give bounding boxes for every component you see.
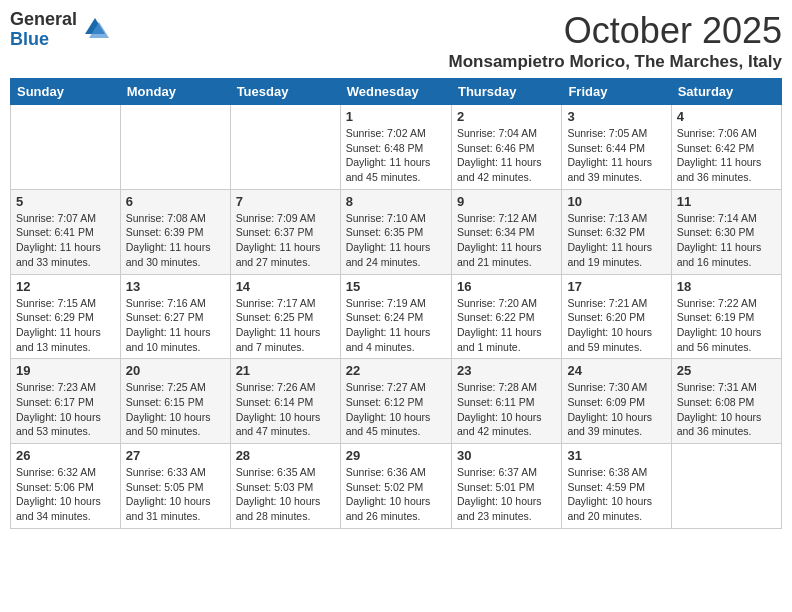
page-header: General Blue October 2025 Monsampietro M… [10,10,782,72]
day-number: 26 [16,448,115,463]
calendar-cell: 22Sunrise: 7:27 AM Sunset: 6:12 PM Dayli… [340,359,451,444]
day-number: 29 [346,448,446,463]
calendar-cell: 29Sunrise: 6:36 AM Sunset: 5:02 PM Dayli… [340,444,451,529]
weekday-header: Wednesday [340,79,451,105]
day-number: 18 [677,279,776,294]
day-info: Sunrise: 6:33 AM Sunset: 5:05 PM Dayligh… [126,465,225,524]
calendar-cell: 9Sunrise: 7:12 AM Sunset: 6:34 PM Daylig… [451,189,561,274]
day-info: Sunrise: 7:09 AM Sunset: 6:37 PM Dayligh… [236,211,335,270]
calendar-week-row: 1Sunrise: 7:02 AM Sunset: 6:48 PM Daylig… [11,105,782,190]
calendar-cell: 15Sunrise: 7:19 AM Sunset: 6:24 PM Dayli… [340,274,451,359]
weekday-header: Friday [562,79,671,105]
day-number: 19 [16,363,115,378]
day-info: Sunrise: 7:30 AM Sunset: 6:09 PM Dayligh… [567,380,665,439]
day-number: 16 [457,279,556,294]
day-info: Sunrise: 7:05 AM Sunset: 6:44 PM Dayligh… [567,126,665,185]
day-number: 9 [457,194,556,209]
day-info: Sunrise: 6:35 AM Sunset: 5:03 PM Dayligh… [236,465,335,524]
day-info: Sunrise: 7:26 AM Sunset: 6:14 PM Dayligh… [236,380,335,439]
day-info: Sunrise: 7:27 AM Sunset: 6:12 PM Dayligh… [346,380,446,439]
calendar-cell: 25Sunrise: 7:31 AM Sunset: 6:08 PM Dayli… [671,359,781,444]
calendar-cell: 21Sunrise: 7:26 AM Sunset: 6:14 PM Dayli… [230,359,340,444]
day-number: 4 [677,109,776,124]
calendar-cell: 12Sunrise: 7:15 AM Sunset: 6:29 PM Dayli… [11,274,121,359]
calendar-cell: 17Sunrise: 7:21 AM Sunset: 6:20 PM Dayli… [562,274,671,359]
day-number: 3 [567,109,665,124]
calendar-cell: 31Sunrise: 6:38 AM Sunset: 4:59 PM Dayli… [562,444,671,529]
calendar-cell: 14Sunrise: 7:17 AM Sunset: 6:25 PM Dayli… [230,274,340,359]
day-number: 25 [677,363,776,378]
day-info: Sunrise: 7:19 AM Sunset: 6:24 PM Dayligh… [346,296,446,355]
day-number: 30 [457,448,556,463]
day-info: Sunrise: 7:06 AM Sunset: 6:42 PM Dayligh… [677,126,776,185]
logo-blue-text: Blue [10,30,77,50]
day-info: Sunrise: 7:21 AM Sunset: 6:20 PM Dayligh… [567,296,665,355]
weekday-header: Monday [120,79,230,105]
calendar-cell: 13Sunrise: 7:16 AM Sunset: 6:27 PM Dayli… [120,274,230,359]
day-info: Sunrise: 7:17 AM Sunset: 6:25 PM Dayligh… [236,296,335,355]
calendar-cell: 8Sunrise: 7:10 AM Sunset: 6:35 PM Daylig… [340,189,451,274]
calendar-header-row: SundayMondayTuesdayWednesdayThursdayFrid… [11,79,782,105]
day-info: Sunrise: 7:28 AM Sunset: 6:11 PM Dayligh… [457,380,556,439]
calendar-cell: 24Sunrise: 7:30 AM Sunset: 6:09 PM Dayli… [562,359,671,444]
location-title: Monsampietro Morico, The Marches, Italy [449,52,782,72]
calendar-cell: 28Sunrise: 6:35 AM Sunset: 5:03 PM Dayli… [230,444,340,529]
calendar-cell: 18Sunrise: 7:22 AM Sunset: 6:19 PM Dayli… [671,274,781,359]
day-number: 15 [346,279,446,294]
calendar-cell: 11Sunrise: 7:14 AM Sunset: 6:30 PM Dayli… [671,189,781,274]
day-number: 23 [457,363,556,378]
day-info: Sunrise: 6:37 AM Sunset: 5:01 PM Dayligh… [457,465,556,524]
day-info: Sunrise: 7:16 AM Sunset: 6:27 PM Dayligh… [126,296,225,355]
calendar-cell: 3Sunrise: 7:05 AM Sunset: 6:44 PM Daylig… [562,105,671,190]
calendar-cell [11,105,121,190]
logo: General Blue [10,10,109,50]
day-number: 10 [567,194,665,209]
day-info: Sunrise: 7:23 AM Sunset: 6:17 PM Dayligh… [16,380,115,439]
logo-icon [81,14,109,42]
calendar-cell: 27Sunrise: 6:33 AM Sunset: 5:05 PM Dayli… [120,444,230,529]
calendar-week-row: 5Sunrise: 7:07 AM Sunset: 6:41 PM Daylig… [11,189,782,274]
calendar-table: SundayMondayTuesdayWednesdayThursdayFrid… [10,78,782,529]
day-info: Sunrise: 7:13 AM Sunset: 6:32 PM Dayligh… [567,211,665,270]
day-number: 13 [126,279,225,294]
calendar-week-row: 19Sunrise: 7:23 AM Sunset: 6:17 PM Dayli… [11,359,782,444]
calendar-cell: 23Sunrise: 7:28 AM Sunset: 6:11 PM Dayli… [451,359,561,444]
month-title: October 2025 [449,10,782,52]
title-block: October 2025 Monsampietro Morico, The Ma… [449,10,782,72]
day-number: 6 [126,194,225,209]
day-number: 11 [677,194,776,209]
day-info: Sunrise: 7:04 AM Sunset: 6:46 PM Dayligh… [457,126,556,185]
calendar-cell: 19Sunrise: 7:23 AM Sunset: 6:17 PM Dayli… [11,359,121,444]
day-info: Sunrise: 6:32 AM Sunset: 5:06 PM Dayligh… [16,465,115,524]
calendar-cell: 10Sunrise: 7:13 AM Sunset: 6:32 PM Dayli… [562,189,671,274]
calendar-cell: 20Sunrise: 7:25 AM Sunset: 6:15 PM Dayli… [120,359,230,444]
day-number: 8 [346,194,446,209]
day-number: 27 [126,448,225,463]
calendar-cell: 6Sunrise: 7:08 AM Sunset: 6:39 PM Daylig… [120,189,230,274]
day-number: 7 [236,194,335,209]
day-info: Sunrise: 7:22 AM Sunset: 6:19 PM Dayligh… [677,296,776,355]
day-number: 20 [126,363,225,378]
calendar-cell: 30Sunrise: 6:37 AM Sunset: 5:01 PM Dayli… [451,444,561,529]
day-info: Sunrise: 7:15 AM Sunset: 6:29 PM Dayligh… [16,296,115,355]
day-info: Sunrise: 7:25 AM Sunset: 6:15 PM Dayligh… [126,380,225,439]
day-number: 2 [457,109,556,124]
day-number: 12 [16,279,115,294]
calendar-week-row: 12Sunrise: 7:15 AM Sunset: 6:29 PM Dayli… [11,274,782,359]
calendar-cell [230,105,340,190]
day-number: 17 [567,279,665,294]
calendar-cell: 2Sunrise: 7:04 AM Sunset: 6:46 PM Daylig… [451,105,561,190]
day-info: Sunrise: 7:14 AM Sunset: 6:30 PM Dayligh… [677,211,776,270]
weekday-header: Tuesday [230,79,340,105]
calendar-cell: 26Sunrise: 6:32 AM Sunset: 5:06 PM Dayli… [11,444,121,529]
day-number: 1 [346,109,446,124]
calendar-cell: 5Sunrise: 7:07 AM Sunset: 6:41 PM Daylig… [11,189,121,274]
day-number: 31 [567,448,665,463]
logo-general-text: General [10,10,77,30]
calendar-cell: 1Sunrise: 7:02 AM Sunset: 6:48 PM Daylig… [340,105,451,190]
day-info: Sunrise: 7:20 AM Sunset: 6:22 PM Dayligh… [457,296,556,355]
calendar-cell: 16Sunrise: 7:20 AM Sunset: 6:22 PM Dayli… [451,274,561,359]
day-info: Sunrise: 7:07 AM Sunset: 6:41 PM Dayligh… [16,211,115,270]
calendar-cell [120,105,230,190]
calendar-week-row: 26Sunrise: 6:32 AM Sunset: 5:06 PM Dayli… [11,444,782,529]
